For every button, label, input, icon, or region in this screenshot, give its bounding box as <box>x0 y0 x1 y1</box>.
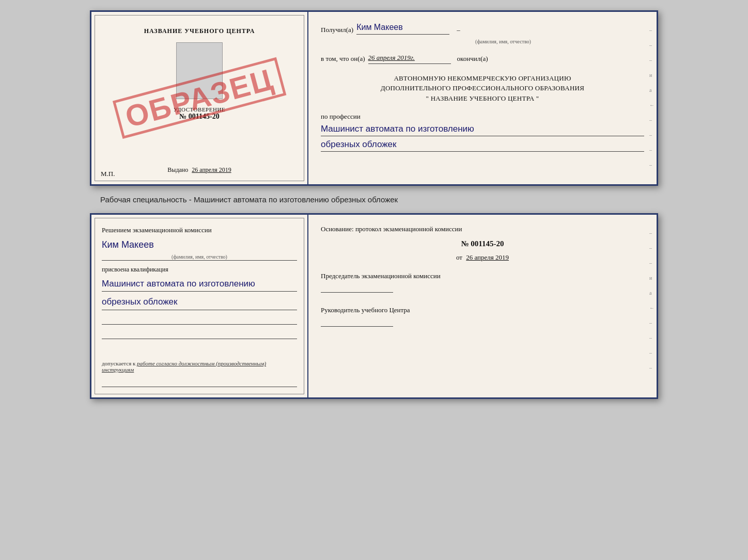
basis-date-value: 26 апреля 2019 <box>466 253 509 261</box>
rukovoditel-sig-line <box>321 317 644 327</box>
org-line3: " НАЗВАНИЕ УЧЕБНОГО ЦЕНТРА " <box>321 93 644 104</box>
profession-line2: обрезных обложек <box>321 137 644 152</box>
prisvoena-label: присвоена квалификация <box>102 266 297 274</box>
qualification-line2: обрезных обложек <box>102 295 297 310</box>
back-fio-label: (фамилия, имя, отчество) <box>102 253 297 261</box>
cert-id-block: УДОСТОВЕРЕНИЕ № 001145-20 <box>174 106 225 121</box>
basis-number: № 001145-20 <box>321 239 644 248</box>
cert-right-page: Получил(а) Ким Макеев – (фамилия, имя, о… <box>308 12 657 184</box>
blank-line-2 <box>102 330 297 339</box>
profession-line1: Машинист автомата по изготовлению <box>321 122 644 136</box>
back-right-page: Основание: протокол экзаменационной коми… <box>308 215 657 397</box>
vydano-date: 26 апреля 2019 <box>192 166 231 173</box>
udostoverenie-label: УДОСТОВЕРЕНИЕ <box>174 106 225 113</box>
date-field: 26 апреля 2019г. <box>368 53 451 64</box>
document-caption: Рабочая специальность - Машинист автомат… <box>100 195 398 204</box>
dopuskaetsya-block: допускается к работе согласно должностны… <box>102 357 297 373</box>
predsedatel-block: Председатель экзаменационной комиссии <box>321 272 644 293</box>
cert-number: № 001145-20 <box>174 113 225 121</box>
back-left-page: Решением экзаменационной комиссии Ким Ма… <box>91 215 308 397</box>
cert-photo-placeholder <box>176 42 223 99</box>
completion-date: 26 апреля 2019г. <box>368 54 415 61</box>
recipient-name: Ким Макеев <box>356 23 403 31</box>
vtomchto-label: в том, что он(а) <box>321 54 365 64</box>
blank-line-3 <box>102 378 297 387</box>
po-professii-label: по профессии <box>321 113 644 121</box>
bottom-certificate-book: Решением экзаменационной комиссии Ким Ма… <box>90 213 658 399</box>
poluchil-row: Получил(а) Ким Макеев – <box>321 21 644 35</box>
resheniem-heading: Решением экзаменационной комиссии <box>102 225 297 235</box>
org-line2: ДОПОЛНИТЕЛЬНОГО ПРОФЕССИОНАЛЬНОГО ОБРАЗО… <box>321 83 644 93</box>
back-side-marks: – – – и а ← – – – – <box>649 230 654 371</box>
rukovoditel-label: Руководитель учебного Центра <box>321 306 644 314</box>
top-certificate-book: НАЗВАНИЕ УЧЕБНОГО ЦЕНТРА УДОСТОВЕРЕНИЕ №… <box>90 10 658 186</box>
cert-left-page: НАЗВАНИЕ УЧЕБНОГО ЦЕНТРА УДОСТОВЕРЕНИЕ №… <box>91 12 308 184</box>
predsedatel-sig-line <box>321 283 644 293</box>
ot-label: от <box>456 253 462 261</box>
vydano-label: Выдано <box>167 166 188 173</box>
cert-school-title: НАЗВАНИЕ УЧЕБНОГО ЦЕНТРА <box>144 27 255 35</box>
poluchil-label: Получил(а) <box>321 25 353 35</box>
okonchil-label: окончил(а) <box>457 54 488 64</box>
blank-line-1 <box>102 315 297 325</box>
qualification-line1: Машинист автомата по изготовлению <box>102 277 297 292</box>
back-recipient-name: Ким Макеев <box>102 239 297 250</box>
cert-date-block: Выдано 26 апреля 2019 <box>167 166 231 174</box>
dash-sep: – <box>457 25 460 35</box>
dopuskaetsya-label: допускается к <box>102 360 135 366</box>
fio-label-top: (фамилия, имя, отчество) <box>362 39 644 44</box>
vtomchto-row: в том, что он(а) 26 апреля 2019г. окончи… <box>321 53 644 64</box>
org-line1: АВТОНОМНУЮ НЕКОММЕРЧЕСКУЮ ОРГАНИЗАЦИЮ <box>321 73 644 84</box>
profession-block: по профессии Машинист автомата по изгото… <box>321 113 644 152</box>
recipient-name-field: Ким Макеев <box>356 21 449 35</box>
mp-label: М.П. <box>101 170 115 178</box>
rukovoditel-block: Руководитель учебного Центра <box>321 306 644 327</box>
rukovoditel-signature <box>321 317 393 327</box>
org-block: АВТОНОМНУЮ НЕКОММЕРЧЕСКУЮ ОРГАНИЗАЦИЮ ДО… <box>321 73 644 104</box>
side-marks: – – – и а ← – – – – <box>649 27 654 168</box>
osnovanie-text: Основание: протокол экзаменационной коми… <box>321 224 644 234</box>
predsedatel-signature <box>321 283 393 293</box>
predsedatel-label: Председатель экзаменационной комиссии <box>321 272 644 280</box>
document-container: НАЗВАНИЕ УЧЕБНОГО ЦЕНТРА УДОСТОВЕРЕНИЕ №… <box>10 10 738 399</box>
basis-date: от 26 апреля 2019 <box>321 253 644 262</box>
